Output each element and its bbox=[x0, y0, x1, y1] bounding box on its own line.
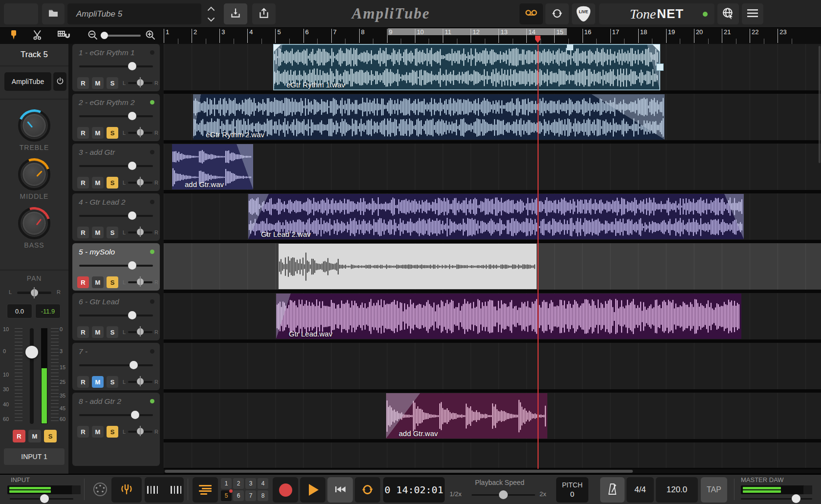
marker-tool-button[interactable] bbox=[7, 28, 21, 44]
track-header-6[interactable]: 6 - Gtr LeadRMSLR bbox=[72, 293, 160, 340]
track-volume-slider[interactable] bbox=[79, 165, 153, 167]
track-mute-button[interactable]: M bbox=[92, 276, 104, 288]
keyboard-button[interactable] bbox=[145, 477, 184, 503]
import-button[interactable] bbox=[224, 3, 247, 24]
track-header-8[interactable]: 8 - add Gtr 2RMSLR bbox=[72, 393, 160, 466]
track-pan-slider[interactable] bbox=[128, 381, 152, 383]
playback-speed-slider[interactable] bbox=[472, 494, 535, 496]
track-pan-handle[interactable] bbox=[137, 328, 144, 335]
audio-clip[interactable]: add Gtr.wav bbox=[386, 393, 547, 439]
track-solo-button[interactable]: S bbox=[107, 376, 118, 388]
track-volume-slider[interactable] bbox=[79, 215, 153, 217]
master-volume-handle[interactable] bbox=[792, 494, 800, 503]
horizontal-scrollbar-thumb[interactable] bbox=[165, 470, 633, 473]
track-mute-button[interactable]: M bbox=[92, 376, 104, 388]
track-volume-slider[interactable] bbox=[79, 265, 153, 267]
track-header-3[interactable]: 3 - add GtrRMSLR bbox=[72, 144, 160, 191]
clip-resize-handle[interactable] bbox=[656, 63, 664, 71]
transport-track-6[interactable]: 6 bbox=[233, 490, 244, 501]
transport-track-5[interactable]: 5 bbox=[221, 490, 232, 501]
middle-knob[interactable]: MIDDLE bbox=[15, 158, 54, 200]
track-solo-button[interactable]: S bbox=[107, 326, 118, 338]
master-volume-slider[interactable] bbox=[741, 498, 812, 500]
pan-slider[interactable] bbox=[17, 292, 51, 294]
track-pan-slider[interactable] bbox=[128, 182, 152, 184]
transport-track-1[interactable]: 1 bbox=[221, 478, 232, 489]
audio-clip[interactable]: add Gtr.wav bbox=[172, 144, 253, 189]
track-pan-slider[interactable] bbox=[128, 281, 152, 283]
timeline[interactable]: eGtr Rythm 1.waveGtr Rythm 2.wavadd Gtr.… bbox=[164, 44, 821, 474]
preset-name-field[interactable]: AmpliTube 5 bbox=[67, 3, 201, 24]
record-arm-button[interactable]: R bbox=[13, 430, 25, 442]
transport-track-2[interactable]: 2 bbox=[233, 478, 244, 489]
track-volume-slider[interactable] bbox=[79, 115, 153, 117]
zoom-out-button[interactable] bbox=[86, 28, 100, 44]
track-pan-slider[interactable] bbox=[128, 331, 152, 333]
track-solo-button[interactable]: S bbox=[107, 426, 118, 438]
transport-track-4[interactable]: 4 bbox=[258, 478, 268, 489]
audio-clip[interactable]: Gtr Lead 2.wav bbox=[248, 194, 744, 239]
input-select-button[interactable]: INPUT 1 bbox=[4, 448, 65, 465]
track-mute-button[interactable]: M bbox=[92, 326, 104, 338]
vertical-scrollbar[interactable] bbox=[819, 46, 821, 163]
track-record-button[interactable]: R bbox=[77, 227, 89, 238]
rewind-button[interactable] bbox=[327, 477, 353, 503]
power-button[interactable] bbox=[53, 72, 66, 91]
track-volume-handle[interactable] bbox=[130, 361, 138, 369]
track-solo-button[interactable]: S bbox=[107, 127, 118, 139]
volume-value[interactable]: -11.9 bbox=[35, 304, 61, 318]
tap-tempo-button[interactable]: TAP bbox=[701, 477, 727, 503]
track-volume-slider[interactable] bbox=[79, 414, 153, 416]
clip-fade-handle-right[interactable] bbox=[652, 44, 660, 52]
track-pan-handle[interactable] bbox=[137, 278, 144, 285]
playhead-pin[interactable] bbox=[535, 36, 540, 43]
export-button[interactable] bbox=[252, 3, 276, 24]
menu-button[interactable] bbox=[742, 3, 763, 24]
track-mute-button[interactable]: M bbox=[92, 426, 104, 438]
clip-top-handle[interactable] bbox=[567, 44, 573, 50]
track-mute-button[interactable]: M bbox=[92, 127, 104, 139]
track-pan-handle[interactable] bbox=[137, 378, 144, 385]
track-record-button[interactable]: R bbox=[77, 77, 89, 89]
track-pan-handle[interactable] bbox=[137, 428, 144, 435]
preset-down-button[interactable] bbox=[202, 14, 220, 24]
network-button[interactable] bbox=[717, 3, 739, 24]
bpm-button[interactable]: 120.0 bbox=[656, 477, 698, 503]
track-pan-slider[interactable] bbox=[128, 82, 152, 84]
track-record-button[interactable]: R bbox=[77, 127, 89, 139]
playback-speed-handle[interactable] bbox=[499, 490, 508, 499]
track-volume-handle[interactable] bbox=[128, 112, 136, 120]
zoom-in-button[interactable] bbox=[144, 28, 157, 44]
track-solo-button[interactable]: S bbox=[107, 227, 118, 238]
track-header-2[interactable]: 2 - eGtr Rythm 2RMSLR bbox=[72, 94, 160, 141]
track-solo-button[interactable]: S bbox=[107, 177, 118, 189]
loop-toggle-button[interactable] bbox=[545, 3, 569, 24]
track-pan-slider[interactable] bbox=[128, 231, 152, 233]
track-header-1[interactable]: 1 - eGtr Rythm 1RMSLR bbox=[72, 44, 160, 91]
track-pan-slider[interactable] bbox=[128, 132, 152, 134]
track-record-button[interactable]: R bbox=[77, 177, 89, 189]
audio-clip[interactable] bbox=[279, 244, 537, 289]
open-preset-button[interactable] bbox=[42, 3, 65, 24]
bass-knob[interactable]: BASS bbox=[15, 207, 54, 249]
amplitube-plugin-button[interactable]: AmpliTube bbox=[4, 72, 51, 91]
audio-clip[interactable]: Gtr Lead.wav bbox=[276, 294, 741, 339]
transport-track-3[interactable]: 3 bbox=[245, 478, 256, 489]
multitrack-view-button[interactable] bbox=[193, 477, 218, 503]
track-volume-slider[interactable] bbox=[79, 315, 153, 316]
track-record-button[interactable]: R bbox=[77, 376, 89, 388]
tuner-button[interactable] bbox=[111, 477, 142, 503]
metronome-button[interactable] bbox=[600, 477, 625, 503]
track-pan-handle[interactable] bbox=[137, 129, 144, 136]
track-pan-handle[interactable] bbox=[137, 79, 144, 86]
snap-grid-button[interactable] bbox=[56, 28, 72, 44]
track-volume-slider[interactable] bbox=[79, 65, 153, 67]
window-button[interactable] bbox=[4, 3, 38, 24]
track-solo-button[interactable]: S bbox=[107, 77, 118, 89]
track-volume-handle[interactable] bbox=[131, 411, 139, 419]
track-record-button[interactable]: R bbox=[77, 276, 89, 288]
track-volume-handle[interactable] bbox=[128, 62, 136, 70]
track-solo-button[interactable]: S bbox=[107, 276, 118, 288]
track-mute-button[interactable]: M bbox=[92, 77, 104, 89]
playhead-line[interactable] bbox=[538, 44, 539, 469]
